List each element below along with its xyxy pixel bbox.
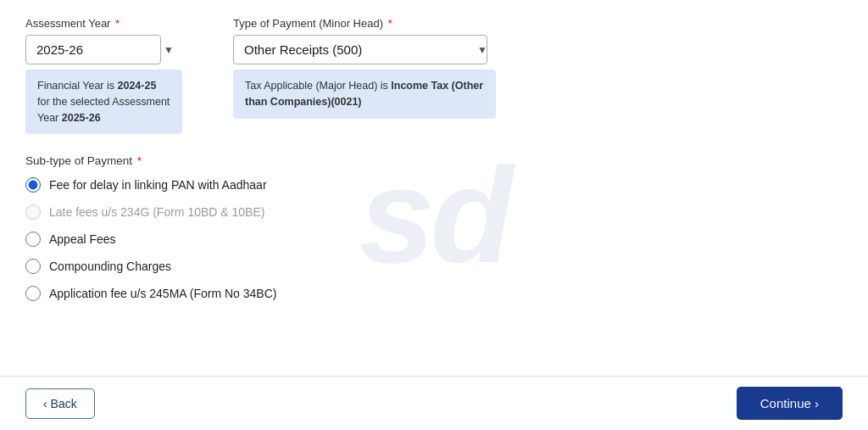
- radio-label-2: Late fees u/s 234G (Form 10BD & 10BE): [49, 205, 264, 219]
- assessment-year-label: Assessment Year *: [25, 17, 182, 30]
- subtype-section: Sub-type of Payment * Fee for delay in l…: [25, 154, 843, 301]
- radio-input-5[interactable]: [25, 286, 41, 301]
- radio-label-3: Appeal Fees: [49, 232, 116, 246]
- radio-item-3[interactable]: Appeal Fees: [25, 232, 843, 247]
- main-container: sd Assessment Year * 2025-26 2024-25 202…: [0, 0, 868, 430]
- type-of-payment-info: Tax Applicable (Major Head) is Income Ta…: [233, 70, 496, 119]
- radio-group: Fee for delay in linking PAN with Aadhaa…: [25, 177, 843, 301]
- required-star-ay: *: [112, 17, 120, 30]
- radio-input-1[interactable]: [25, 177, 41, 193]
- radio-item-1[interactable]: Fee for delay in linking PAN with Aadhaa…: [25, 177, 843, 193]
- assessment-year-select-wrapper: 2025-26 2024-25 2026-27 ▼: [25, 35, 182, 64]
- radio-label-4: Compounding Charges: [49, 260, 171, 273]
- radio-input-3[interactable]: [25, 232, 41, 247]
- content: Assessment Year * 2025-26 2024-25 2026-2…: [25, 17, 843, 301]
- assessment-year-info: Financial Year is 2024-25 for the select…: [25, 70, 182, 134]
- type-of-payment-select[interactable]: Other Receipts (500) Advance Tax (100) S…: [233, 35, 487, 64]
- continue-button[interactable]: Continue ›: [737, 387, 843, 420]
- type-of-payment-select-wrapper: Other Receipts (500) Advance Tax (100) S…: [233, 35, 496, 64]
- assessment-year-group: Assessment Year * 2025-26 2024-25 2026-2…: [25, 17, 182, 134]
- radio-input-4[interactable]: [25, 259, 41, 274]
- type-of-payment-label: Type of Payment (Minor Head) *: [233, 17, 496, 30]
- radio-label-1: Fee for delay in linking PAN with Aadhaa…: [49, 178, 267, 192]
- assessment-year-dropdown-icon: ▼: [164, 44, 174, 56]
- required-star-st: *: [134, 154, 142, 167]
- assessment-year-select[interactable]: 2025-26 2024-25 2026-27: [25, 35, 161, 64]
- required-star-tp: *: [385, 17, 392, 30]
- radio-item-5[interactable]: Application fee u/s 245MA (Form No 34BC): [25, 286, 843, 301]
- radio-item-2[interactable]: Late fees u/s 234G (Form 10BD & 10BE): [25, 204, 843, 220]
- radio-input-2[interactable]: [25, 204, 41, 220]
- type-of-payment-group: Type of Payment (Minor Head) * Other Rec…: [233, 17, 496, 119]
- subtype-label: Sub-type of Payment *: [25, 154, 843, 167]
- top-row: Assessment Year * 2025-26 2024-25 2026-2…: [25, 17, 843, 134]
- radio-label-5: Application fee u/s 245MA (Form No 34BC): [49, 287, 276, 300]
- radio-item-4[interactable]: Compounding Charges: [25, 259, 843, 274]
- back-button[interactable]: ‹ Back: [25, 388, 95, 419]
- bottom-bar: ‹ Back Continue ›: [0, 376, 868, 430]
